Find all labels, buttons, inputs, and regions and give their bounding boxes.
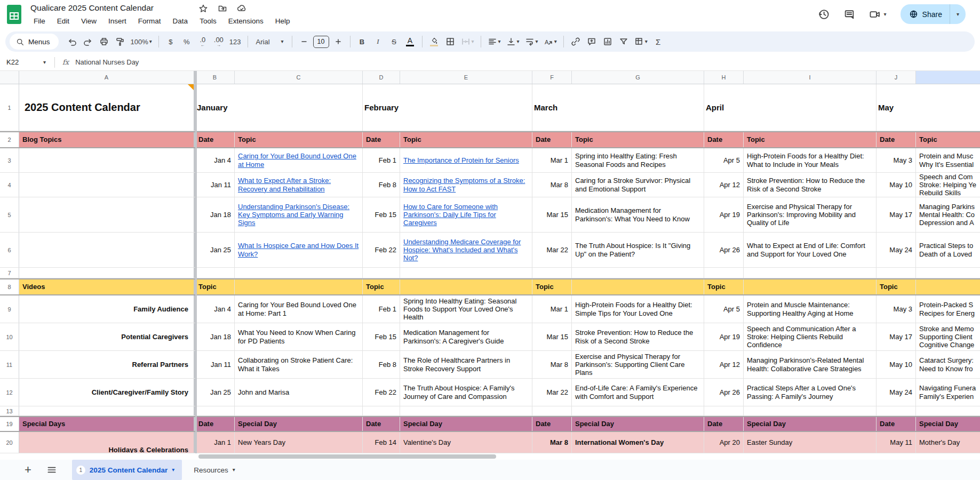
cell-J1[interactable]: May [877, 84, 916, 131]
cell-D7[interactable] [363, 268, 400, 278]
cell-I5[interactable]: Exercise and Physical Therapy for Parkin… [744, 197, 877, 232]
cell-H13[interactable] [704, 406, 744, 415]
cell-K7[interactable] [916, 268, 980, 278]
cell-J13[interactable] [877, 406, 916, 415]
cell-C10[interactable]: What You Need to Know When Caring for PD… [235, 323, 363, 350]
cell-J4[interactable]: May 10 [877, 173, 916, 197]
cell-J10[interactable]: May 17 [877, 323, 916, 350]
cell-I12[interactable]: Practical Steps After a Loved One's Pass… [744, 379, 877, 406]
cell-D5[interactable]: Feb 15 [363, 197, 400, 232]
row-header-19[interactable]: 19 [0, 417, 19, 431]
move-to-folder-icon[interactable] [218, 4, 227, 13]
cell-J11[interactable]: May 10 [877, 351, 916, 378]
cell-F4[interactable]: Mar 8 [532, 173, 572, 197]
cell-B11[interactable]: Jan 11 [195, 351, 235, 378]
cell-G7[interactable] [572, 268, 704, 278]
row-header-7[interactable]: 7 [0, 268, 19, 278]
cell-D3[interactable]: Feb 1 [363, 148, 400, 172]
cell-I19[interactable]: Special Day [744, 417, 877, 431]
name-box-caret-icon[interactable]: ▾ [43, 60, 46, 65]
insert-link-button[interactable] [569, 35, 583, 49]
cell-C1[interactable] [235, 84, 363, 131]
merge-cells-button[interactable]: ▾ [459, 35, 476, 49]
cell-G2[interactable]: Topic [572, 132, 704, 147]
menu-help[interactable]: Help [272, 16, 294, 26]
cell-A8[interactable]: Videos [19, 279, 195, 294]
cell-H2[interactable]: Date [704, 132, 744, 147]
cell-C12[interactable]: John and Marisa [235, 379, 363, 406]
create-filter-button[interactable] [617, 35, 631, 49]
cell-E2[interactable]: Topic [400, 132, 532, 147]
cell-C6[interactable]: What Is Hospice Care and How Does It Wor… [235, 233, 363, 267]
cell-K20[interactable]: Mother's Day [916, 432, 980, 453]
cell-C3[interactable]: Caring for Your Bed Bound Loved One at H… [235, 148, 363, 172]
cell-J7[interactable] [877, 268, 916, 278]
cell-B2[interactable]: Date [195, 132, 235, 147]
active-tab-caret-icon[interactable]: ▾ [172, 467, 174, 473]
search-menus-button[interactable]: Menus [10, 34, 59, 50]
cell-D19[interactable]: Date [363, 417, 400, 431]
cell-D6[interactable]: Feb 22 [363, 233, 400, 267]
print-button[interactable] [97, 35, 111, 49]
cell-K8[interactable] [916, 279, 980, 294]
cell-E1[interactable] [400, 84, 532, 131]
horizontal-scrollbar[interactable] [198, 454, 496, 459]
cell-E6[interactable]: Understanding Medicare Coverage for Hosp… [400, 233, 532, 267]
redo-button[interactable] [81, 35, 95, 49]
cell-D20[interactable]: Feb 14 [363, 432, 400, 453]
row-header-2[interactable]: 2 [0, 132, 19, 147]
cell-C19[interactable]: Special Day [235, 417, 363, 431]
menu-insert[interactable]: Insert [105, 16, 130, 26]
format-currency-button[interactable]: $ [164, 35, 178, 49]
cell-F12[interactable]: Mar 22 [532, 379, 572, 406]
cell-K1[interactable] [916, 84, 980, 131]
cell-G19[interactable]: Special Day [572, 417, 704, 431]
cell-F1[interactable]: March [532, 84, 572, 131]
tab-resources[interactable]: Resources ▾ [194, 466, 235, 474]
cell-B1[interactable]: January [195, 84, 235, 131]
cell-H1[interactable]: April [704, 84, 744, 131]
cell-B8[interactable]: Topic [195, 279, 235, 294]
menu-format[interactable]: Format [134, 16, 165, 26]
cell-D4[interactable]: Feb 8 [363, 173, 400, 197]
column-header-G[interactable]: G [572, 71, 704, 84]
cell-A3[interactable] [19, 148, 195, 172]
cell-A4[interactable] [19, 173, 195, 197]
cell-I6[interactable]: What to Expect at End of Life: Comfort a… [744, 233, 877, 267]
cell-J5[interactable]: May 17 [877, 197, 916, 232]
cell-G11[interactable]: Exercise and Physical Therapy for Parkin… [572, 351, 704, 378]
cell-K4[interactable]: Speech and Com Stroke: Helping Ye Rebuil… [916, 173, 980, 197]
cell-G8[interactable] [572, 279, 704, 294]
menu-edit[interactable]: Edit [53, 16, 73, 26]
cell-H6[interactable]: Apr 26 [704, 233, 744, 267]
cell-H5[interactable]: Apr 19 [704, 197, 744, 232]
cell-J3[interactable]: May 3 [877, 148, 916, 172]
name-box[interactable]: K22 ▾ [0, 58, 51, 66]
cell-A6[interactable] [19, 233, 195, 267]
cell-A19[interactable]: Special Days [19, 417, 195, 431]
cell-K10[interactable]: Stroke and Memo Supporting Client Cognit… [916, 323, 980, 350]
cell-H4[interactable]: Apr 12 [704, 173, 744, 197]
cell-B3[interactable]: Jan 4 [195, 148, 235, 172]
row-header-9[interactable]: 9 [0, 295, 19, 323]
insert-comment-button[interactable] [585, 35, 599, 49]
cell-B20[interactable]: Jan 1 [195, 432, 235, 453]
cell-J6[interactable]: May 24 [877, 233, 916, 267]
share-caret-icon[interactable]: ▾ [950, 12, 966, 17]
column-header-F[interactable]: F [532, 71, 572, 84]
tab-2025-content-calendar[interactable]: 1 2025 Content Calendar ▾ [72, 460, 182, 480]
cell-B7[interactable] [195, 268, 235, 278]
cell-D13[interactable] [363, 406, 400, 415]
cell-C9[interactable]: Caring for Your Bed Bound Loved One at H… [235, 295, 363, 323]
cell-C20[interactable]: New Years Day [235, 432, 363, 453]
cell-J9[interactable]: May 3 [877, 295, 916, 323]
cell-K6[interactable]: Practical Steps to Death of a Loved [916, 233, 980, 267]
cell-K9[interactable]: Protein-Packed S Recipes for Energ [916, 295, 980, 323]
cell-H12[interactable]: Apr 26 [704, 379, 744, 406]
cell-H7[interactable] [704, 268, 744, 278]
row-header-1[interactable]: 1 [0, 84, 19, 131]
star-icon[interactable] [198, 4, 208, 13]
column-header-A[interactable]: A [19, 71, 195, 84]
cell-A11[interactable]: Referral Partners [19, 351, 195, 378]
menu-file[interactable]: File [30, 16, 49, 26]
